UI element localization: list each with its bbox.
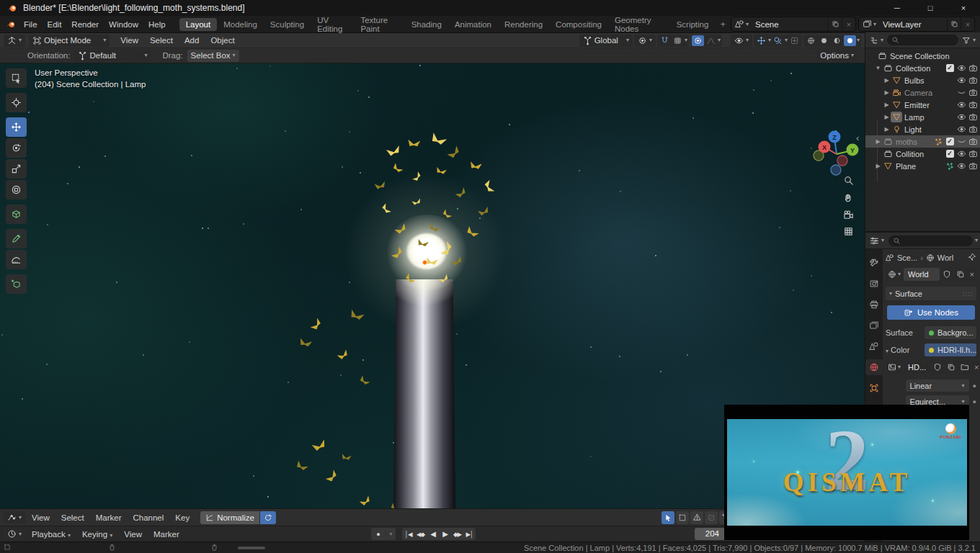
graph-menu-view[interactable]: View bbox=[27, 513, 55, 522]
outliner-row-emitter[interactable]: ▶ Emitter bbox=[865, 99, 980, 111]
animate-dot[interactable]: ● bbox=[973, 382, 976, 390]
pivot-point-dropdown[interactable]: ▾ bbox=[634, 35, 656, 47]
select-box-tool[interactable] bbox=[6, 68, 27, 88]
outliner-search[interactable] bbox=[887, 35, 958, 45]
graph-menu-marker[interactable]: Marker bbox=[91, 513, 127, 522]
eye-icon[interactable] bbox=[956, 125, 967, 134]
outliner-row-lamp[interactable]: ▶ Lamp bbox=[865, 111, 980, 123]
xray-toggle-icon[interactable] bbox=[788, 35, 801, 46]
animate-dot[interactable]: ● bbox=[973, 398, 976, 405]
camera-visibility-icon[interactable] bbox=[967, 76, 979, 85]
image-name-field[interactable]: HD... bbox=[904, 361, 930, 374]
new-copy-button[interactable] bbox=[954, 268, 967, 281]
viewlayer-remove-button[interactable]: × bbox=[961, 17, 974, 31]
image-browse-button[interactable]: ▾ bbox=[886, 361, 903, 374]
eye-closed-icon[interactable] bbox=[956, 137, 967, 146]
world-browse-button[interactable]: ▾ bbox=[886, 268, 903, 281]
cursor-tool[interactable] bbox=[6, 93, 27, 112]
viewlayer-selector[interactable]: ▾ ViewLayer × bbox=[858, 17, 975, 32]
camera-visibility-icon[interactable] bbox=[967, 161, 979, 171]
prev-keyframe-button[interactable]: ◀◆ bbox=[414, 528, 427, 540]
copy-button[interactable] bbox=[945, 361, 958, 374]
graph-menu-key[interactable]: Key bbox=[170, 513, 195, 522]
rotate-tool[interactable] bbox=[6, 138, 27, 158]
transform-tool[interactable] bbox=[6, 180, 27, 199]
graph-menu-channel[interactable]: Channel bbox=[128, 513, 169, 522]
camera-visibility-icon[interactable] bbox=[967, 137, 979, 146]
record-caret[interactable]: ▾ bbox=[386, 531, 396, 537]
orientation-dropdown[interactable]: Default▾ bbox=[74, 50, 151, 62]
visibility-dropdown[interactable]: ▾ bbox=[731, 35, 752, 47]
mode-dropdown[interactable]: Object Mode▾ bbox=[29, 35, 110, 47]
record-icon[interactable]: ● bbox=[371, 531, 386, 538]
eye-closed-icon[interactable] bbox=[956, 88, 967, 97]
breadcrumb-world[interactable]: Worl bbox=[937, 253, 953, 262]
expander-icon[interactable]: ▶ bbox=[883, 89, 891, 96]
viewlayer-name[interactable]: ViewLayer bbox=[878, 20, 947, 29]
surface-shader-button[interactable]: Backgro... bbox=[925, 326, 976, 339]
show-errors-icon[interactable] bbox=[690, 511, 703, 524]
next-keyframe-button[interactable]: ◆▶ bbox=[451, 528, 463, 540]
timeline-playback-menu[interactable]: Playback ▾ bbox=[27, 530, 76, 539]
outliner-row-collition[interactable]: Collition ✓ bbox=[865, 148, 980, 160]
tab-geometry-nodes[interactable]: Geometry Nodes bbox=[608, 14, 670, 35]
unlink-button[interactable]: × bbox=[972, 361, 980, 374]
expander-icon[interactable]: ▶ bbox=[874, 138, 882, 145]
eye-icon[interactable] bbox=[956, 112, 967, 122]
fake-user-button[interactable] bbox=[940, 268, 953, 281]
world-name-field[interactable]: World bbox=[904, 268, 940, 281]
menu-file[interactable]: File bbox=[19, 19, 43, 30]
color-value-button[interactable]: HDRI-Il.h... bbox=[925, 343, 976, 356]
pin-icon[interactable] bbox=[968, 253, 976, 261]
outliner-display-mode-button[interactable]: ▾ bbox=[868, 34, 886, 46]
minimize-button[interactable]: ─ bbox=[881, 0, 914, 16]
tab-view-layer[interactable] bbox=[865, 318, 883, 333]
outliner-row-light[interactable]: ▶ Light bbox=[865, 123, 980, 135]
close-button[interactable]: × bbox=[947, 0, 980, 16]
scene-selector[interactable]: ▾ Scene × bbox=[731, 17, 856, 32]
annotate-tool[interactable] bbox=[6, 229, 27, 248]
timeline-menu-view[interactable]: View bbox=[119, 530, 147, 539]
blender-menu-icon[interactable] bbox=[3, 19, 19, 30]
eye-icon[interactable] bbox=[956, 149, 967, 158]
eye-icon[interactable] bbox=[956, 100, 967, 109]
properties-search[interactable] bbox=[888, 235, 973, 246]
outliner-row-bulbs[interactable]: ▶ Bulbs bbox=[865, 74, 980, 86]
outliner-row-moths[interactable]: ▶ moths ✓ bbox=[865, 135, 980, 148]
jump-end-button[interactable]: ▶│ bbox=[463, 528, 476, 540]
properties-editor-type-button[interactable]: ▾ bbox=[868, 235, 886, 247]
shading-rendered-icon[interactable] bbox=[844, 35, 856, 46]
navigation-gizmo[interactable]: Z X Y bbox=[810, 128, 863, 181]
scale-tool[interactable] bbox=[6, 159, 27, 179]
show-gizmo-icon[interactable] bbox=[755, 35, 767, 46]
lamp-post[interactable] bbox=[393, 279, 456, 508]
expander-icon[interactable]: ▶ bbox=[883, 126, 891, 132]
eye-icon[interactable] bbox=[956, 161, 967, 171]
timeline-menu-marker[interactable]: Marker bbox=[148, 530, 184, 539]
box-select-icon[interactable] bbox=[676, 511, 689, 524]
viewlayer-copy-button[interactable] bbox=[947, 17, 961, 31]
menu-help[interactable]: Help bbox=[143, 19, 171, 30]
tab-render[interactable] bbox=[865, 276, 883, 292]
timeline-keying-menu[interactable]: Keying ▾ bbox=[77, 530, 117, 539]
eye-icon[interactable] bbox=[956, 63, 967, 73]
transform-orientation-dropdown[interactable]: Global▾ bbox=[579, 35, 633, 47]
outliner-row-plane[interactable]: ▶ Plane bbox=[865, 160, 980, 172]
outliner-filter-button[interactable]: ▾ bbox=[960, 34, 978, 46]
menu-window[interactable]: Window bbox=[104, 19, 143, 30]
jump-start-button[interactable]: │◀ bbox=[402, 528, 414, 540]
play-reverse-button[interactable]: ◀ bbox=[427, 528, 439, 540]
falloff-caret[interactable]: ▾ bbox=[718, 37, 721, 43]
tab-scripting[interactable]: Scripting bbox=[670, 18, 716, 31]
snap-gizmo-icon[interactable] bbox=[659, 35, 671, 46]
extension-dropdown[interactable]: Linear▾ bbox=[906, 379, 969, 392]
outliner-row-scene-collection[interactable]: Scene Collection bbox=[865, 50, 980, 62]
zoom-view-icon[interactable] bbox=[843, 175, 854, 188]
tab-tool[interactable] bbox=[865, 255, 883, 271]
proportional-edit-icon[interactable] bbox=[692, 35, 704, 46]
expander-icon[interactable]: ▶ bbox=[883, 102, 891, 108]
tab-texture-paint[interactable]: Texture Paint bbox=[354, 14, 404, 35]
play-button[interactable]: ▶ bbox=[439, 528, 451, 540]
expander-icon[interactable]: ▶ bbox=[883, 114, 891, 120]
open-image-button[interactable] bbox=[958, 361, 971, 374]
